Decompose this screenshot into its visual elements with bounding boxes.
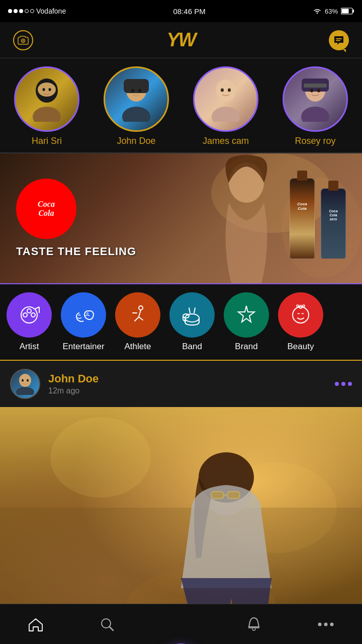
avatar-rosey-svg [298,76,333,122]
chat-button[interactable] [328,29,350,51]
svg-point-16 [212,107,240,122]
brand-label: Brand [235,342,257,352]
post-section: John Doe 12m ago [0,361,362,644]
wifi-icon [313,8,322,15]
story-item-john[interactable]: John Doe [104,66,169,146]
post-header: John Doe 12m ago [0,361,362,407]
category-artist[interactable]: Artist [4,292,54,352]
story-name-john: John Doe [117,136,155,146]
more-dots-icon [318,622,334,626]
stories-row: Hari Sri John Doe James cam [0,58,362,153]
avatar-james-svg [208,76,243,122]
svg-line-38 [189,308,190,313]
status-left: Vodafone [8,7,66,15]
status-bar: Vodafone 08:46 PM 63% [0,0,362,22]
camera-icon [13,30,33,50]
ad-left: CocaCola TASTE THE FEELING [16,179,136,258]
svg-point-62 [330,622,333,626]
svg-point-42 [297,305,299,307]
svg-point-43 [303,305,305,307]
ad-banner: CocaCola TASTE THE FEELING CocaCola Coca… [0,153,362,284]
avatar-john-svg [119,76,154,122]
svg-point-11 [122,107,150,122]
svg-point-60 [318,622,321,626]
svg-rect-2 [341,9,348,14]
battery-percent: 63% [325,8,338,15]
entertainer-label: Entertainer [62,342,104,352]
svg-point-35 [139,306,143,310]
band-icon [180,303,204,327]
home-icon [28,617,43,631]
signal-dot-3 [19,9,23,13]
story-name-hari: Hari Sri [32,136,62,146]
artist-circle [7,292,52,338]
svg-point-30 [23,313,27,317]
signal-dots [8,9,34,13]
post-avatar [10,369,40,399]
app-logo: YW [166,29,195,51]
beauty-icon [289,303,313,327]
post-menu-button[interactable] [335,382,352,386]
status-time: 08:46 PM [173,7,205,16]
status-right: 63% [313,8,354,15]
svg-point-9 [43,88,45,91]
svg-rect-23 [304,84,327,88]
svg-point-46 [22,379,24,382]
camera-svg [18,36,29,45]
bottle-2: CocaColazero [321,188,346,259]
category-band[interactable]: Band [167,292,217,352]
category-beauty[interactable]: Beauty [276,292,326,352]
svg-point-48 [50,417,151,498]
nav-search[interactable] [90,613,124,635]
story-item-rosey[interactable]: Rosey roy [283,66,348,146]
bottle-1: CocaCola [290,178,315,259]
category-athlete[interactable]: Athlete [113,292,163,352]
signal-dot-2 [14,9,18,13]
menu-dot-2 [341,382,345,386]
nav-more[interactable] [308,618,344,630]
nav-notifications[interactable] [237,613,271,636]
svg-point-44 [19,374,31,387]
athlete-icon [126,303,150,327]
svg-point-61 [324,622,327,626]
categories-row: Artist Entertainer Athlete [0,284,362,361]
artist-label: Artist [20,342,39,352]
camera-button[interactable] [12,29,34,51]
svg-point-10 [49,88,51,91]
story-item-james[interactable]: James cam [193,66,258,146]
svg-point-32 [31,313,35,317]
artist-icon [17,303,41,327]
menu-dot-3 [348,382,352,386]
category-entertainer[interactable]: Entertainer [58,292,109,352]
ad-bottles: CocaCola CocaColazero [290,178,346,259]
ad-content: CocaCola TASTE THE FEELING CocaCola Coca… [0,153,362,283]
signal-dot-5 [30,9,34,13]
bottle-2-label: CocaColazero [329,209,337,221]
post-info: John Doe 12m ago [48,372,327,395]
story-avatar-john [104,66,169,132]
nav-home[interactable] [18,613,53,635]
svg-rect-13 [124,79,149,93]
svg-line-33 [35,307,39,309]
svg-line-39 [194,308,195,313]
nav-placeholder [160,620,201,628]
coca-cola-logo: CocaCola [16,179,76,239]
svg-point-4 [23,40,24,41]
bell-icon [247,617,261,632]
svg-point-6 [33,107,61,122]
story-item-hari[interactable]: Hari Sri [14,66,79,146]
signal-dot-1 [8,9,12,13]
post-username: John Doe [48,372,327,385]
svg-point-40 [293,307,309,323]
band-label: Band [182,342,202,352]
brand-circle [224,292,269,338]
category-brand[interactable]: Brand [221,292,272,352]
svg-point-17 [216,79,236,102]
menu-dot-1 [335,382,339,386]
svg-point-15 [138,89,141,93]
svg-rect-1 [352,10,354,13]
beauty-label: Beauty [288,342,314,352]
story-name-rosey: Rosey roy [295,136,335,146]
story-name-james: James cam [203,136,249,146]
svg-point-25 [317,89,320,93]
